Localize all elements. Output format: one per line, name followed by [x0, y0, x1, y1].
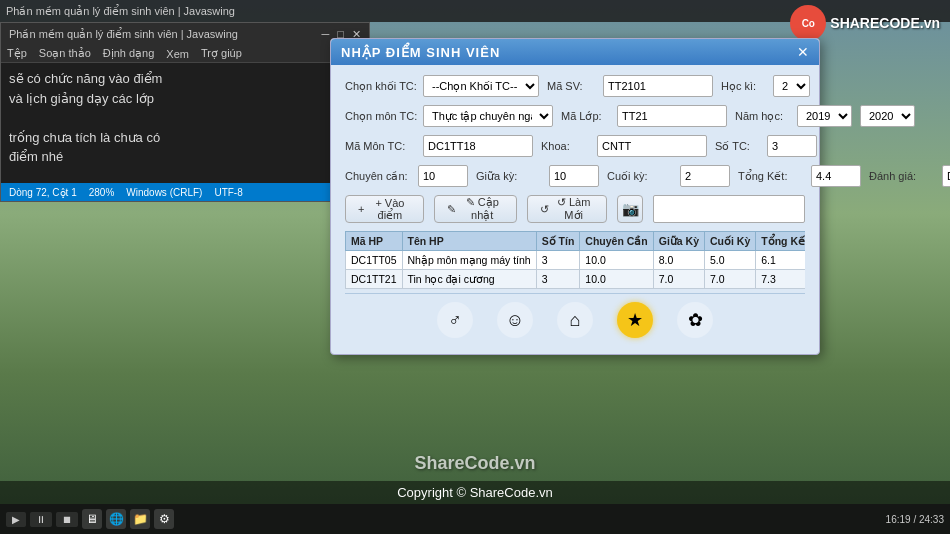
- danh-gia-label: Đánh giá:: [869, 170, 934, 182]
- menu-file[interactable]: Tệp: [7, 47, 27, 60]
- tong-ket-label: Tổng Kết:: [738, 170, 803, 183]
- giua-ky-label: Giữa kỳ:: [476, 170, 541, 183]
- minimize-btn[interactable]: ─: [322, 28, 330, 41]
- editor-line-ending: Windows (CRLF): [126, 187, 202, 198]
- editor-menubar: Tệp Soạn thảo Định dạng Xem Trợ giúp: [1, 45, 369, 63]
- vao-diem-icon: +: [358, 203, 364, 215]
- nav-icon-flower[interactable]: ✿: [677, 302, 713, 338]
- ma-mon-tc-label: Mã Môn TC:: [345, 140, 415, 152]
- col-tong-ket: Tổng Kết: [756, 232, 805, 251]
- hoc-ki-label: Học kì:: [721, 80, 765, 93]
- ma-lop-label: Mã Lớp:: [561, 110, 609, 123]
- table-body: DC1TT05Nhập môn mạng máy tính310.08.05.0…: [346, 251, 806, 289]
- editor-titlebar: Phần mềm quản lý điểm sinh viên | Javasw…: [1, 23, 369, 45]
- bottom-taskbar: ▶ ⏸ ⏹ 🖥 🌐 📁 ⚙ 16:19 / 24:33: [0, 504, 950, 534]
- dialog-close-button[interactable]: ✕: [797, 45, 809, 59]
- watermark: ShareCode.vn: [414, 453, 535, 474]
- dialog-titlebar: NHẬP ĐIỂM SINH VIÊN ✕: [331, 39, 819, 65]
- menu-help[interactable]: Trợ giúp: [201, 47, 242, 60]
- form-row-1: Chọn khối TC: --Chọn Khối TC-- Mã SV: Họ…: [345, 75, 805, 97]
- table-row[interactable]: DC1TT21Tin học đại cương310.07.07.07.3DA…: [346, 270, 806, 289]
- editor-line-4: trống chưa tích là chưa có: [9, 128, 361, 148]
- hoc-ki-select[interactable]: 2: [773, 75, 810, 97]
- chon-mon-tc-select[interactable]: Thực tập chuyên ngành: [423, 105, 553, 127]
- col-giua-ky: Giữa Kỳ: [653, 232, 704, 251]
- cuoi-ky-label: Cuối kỳ:: [607, 170, 672, 183]
- table-header-row: Mã HP Tên HP Số Tín Chuyên Cần Giữa Kỳ C…: [346, 232, 806, 251]
- camera-icon: 📷: [622, 201, 639, 217]
- editor-window: Phần mềm quản lý điểm sinh viên | Javasw…: [0, 22, 370, 202]
- nam-hoc-to-select[interactable]: 2020: [860, 105, 915, 127]
- window-title: Phần mềm quản lý điểm sinh viên | Javasw…: [6, 5, 235, 18]
- col-chuyen-can: Chuyên Cần: [580, 232, 653, 251]
- khoa-input[interactable]: [597, 135, 707, 157]
- logo-circle-text: Co: [802, 18, 815, 29]
- editor-title: Phần mềm quản lý điểm sinh viên | Javasw…: [9, 28, 238, 41]
- form-row-3: Mã Môn TC: Khoa: Số TC:: [345, 135, 805, 157]
- nam-hoc-label: Năm học:: [735, 110, 789, 123]
- chon-khoi-tc-select[interactable]: --Chọn Khối TC--: [423, 75, 539, 97]
- pause-button[interactable]: ⏸: [30, 512, 52, 527]
- ma-sv-label: Mã SV:: [547, 80, 595, 92]
- editor-line-5: điểm nhé: [9, 147, 361, 167]
- chuyen-can-input[interactable]: [418, 165, 468, 187]
- lam-moi-icon: ↺: [540, 203, 549, 216]
- cap-nhat-button[interactable]: ✎ ✎ Cập nhật: [434, 195, 517, 223]
- editor-position: Dòng 72, Cột 1: [9, 187, 77, 198]
- tong-ket-input[interactable]: [811, 165, 861, 187]
- chon-khoi-tc-label: Chọn khối TC:: [345, 80, 415, 93]
- so-tc-input[interactable]: [767, 135, 817, 157]
- editor-content[interactable]: sẽ có chức năng vào điểm và lịch giảng d…: [1, 63, 369, 173]
- lam-moi-button[interactable]: ↺ ↺ Làm Mới: [527, 195, 607, 223]
- search-input[interactable]: [653, 195, 805, 223]
- dialog-body: Chọn khối TC: --Chọn Khối TC-- Mã SV: Họ…: [331, 65, 819, 354]
- editor-encoding: UTF-8: [214, 187, 242, 198]
- nav-icon-person[interactable]: ♂: [437, 302, 473, 338]
- ma-lop-input[interactable]: [617, 105, 727, 127]
- cap-nhat-icon: ✎: [447, 203, 456, 216]
- vao-diem-button[interactable]: + + Vào điểm: [345, 195, 424, 223]
- score-row: Chuyên cần: Giữa kỳ: Cuối kỳ: Tổng Kết: …: [345, 165, 805, 187]
- camera-button[interactable]: 📷: [617, 195, 643, 223]
- form-row-2: Chọn môn TC: Thực tập chuyên ngành Mã Lớ…: [345, 105, 805, 127]
- danh-gia-input[interactable]: [942, 165, 950, 187]
- copyright-bar: Copyright © ShareCode.vn: [0, 481, 950, 504]
- col-ma-hp: Mã HP: [346, 232, 403, 251]
- stop-button[interactable]: ⏹: [56, 512, 78, 527]
- editor-zoom: 280%: [89, 187, 115, 198]
- taskbar-icon-3[interactable]: 📁: [130, 509, 150, 529]
- table-row[interactable]: DC1TT05Nhập môn mạng máy tính310.08.05.0…: [346, 251, 806, 270]
- ma-mon-tc-input[interactable]: [423, 135, 533, 157]
- col-ten-hp: Tên HP: [402, 232, 536, 251]
- menu-format[interactable]: Định dạng: [103, 47, 155, 60]
- col-so-tin: Số Tín: [536, 232, 580, 251]
- grades-table: Mã HP Tên HP Số Tín Chuyên Cần Giữa Kỳ C…: [345, 231, 805, 289]
- nav-icon-star[interactable]: ★: [617, 302, 653, 338]
- editor-line-1: sẽ có chức năng vào điểm: [9, 69, 361, 89]
- nav-icon-home[interactable]: ⌂: [557, 302, 593, 338]
- ma-sv-input[interactable]: [603, 75, 713, 97]
- dialog-nav: ♂ ☺ ⌂ ★ ✿: [345, 293, 805, 344]
- play-button[interactable]: ▶: [6, 512, 26, 527]
- grades-table-container[interactable]: Mã HP Tên HP Số Tín Chuyên Cần Giữa Kỳ C…: [345, 231, 805, 289]
- logo-site-name: SHARECODE.vn: [830, 15, 940, 31]
- taskbar-icon-4[interactable]: ⚙: [154, 509, 174, 529]
- taskbar-icon-2[interactable]: 🌐: [106, 509, 126, 529]
- menu-edit[interactable]: Soạn thảo: [39, 47, 91, 60]
- editor-line-3: [9, 108, 361, 128]
- logo-circle: Co: [790, 5, 826, 41]
- nhap-diem-dialog: NHẬP ĐIỂM SINH VIÊN ✕ Chọn khối TC: --Ch…: [330, 38, 820, 355]
- menu-view[interactable]: Xem: [166, 48, 189, 60]
- cuoi-ky-input[interactable]: [680, 165, 730, 187]
- editor-statusbar: Dòng 72, Cột 1 280% Windows (CRLF) UTF-8: [1, 183, 369, 201]
- nav-icon-profile[interactable]: ☺: [497, 302, 533, 338]
- nam-hoc-from-select[interactable]: 2019: [797, 105, 852, 127]
- chon-mon-tc-label: Chọn môn TC:: [345, 110, 415, 123]
- col-cuoi-ky: Cuối Kỳ: [705, 232, 756, 251]
- button-row: + + Vào điểm ✎ ✎ Cập nhật ↺ ↺ Làm Mới 📷: [345, 195, 805, 223]
- so-tc-label: Số TC:: [715, 140, 759, 153]
- copyright-text: Copyright © ShareCode.vn: [397, 485, 553, 500]
- giua-ky-input[interactable]: [549, 165, 599, 187]
- logo-area: Co SHARECODE.vn: [790, 5, 940, 41]
- taskbar-icon-1[interactable]: 🖥: [82, 509, 102, 529]
